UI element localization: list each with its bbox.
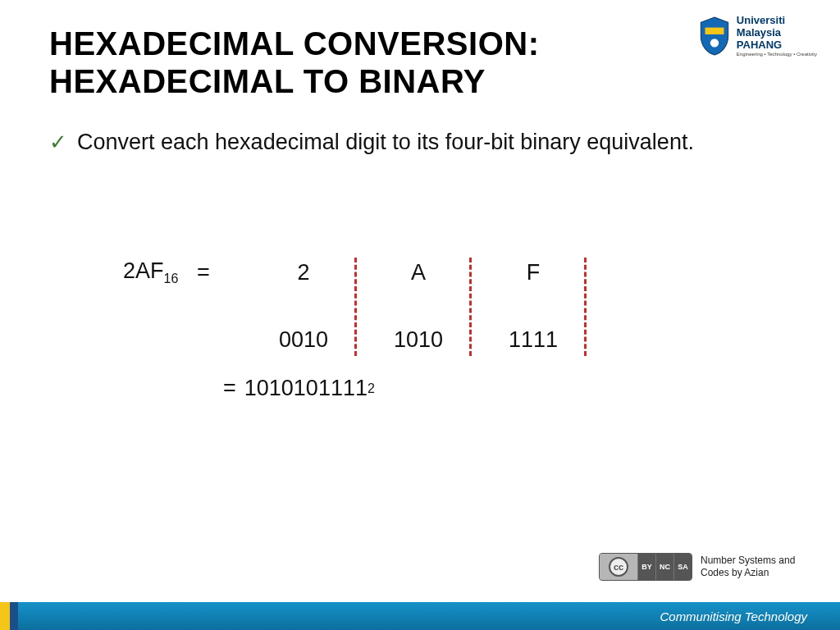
svg-point-0 xyxy=(710,39,719,47)
slide: Universiti Malaysia PAHANG Engineering •… xyxy=(0,0,840,630)
cc-part: NC xyxy=(655,554,673,580)
footer-accent xyxy=(0,602,10,630)
divider-line xyxy=(584,258,587,356)
hex-input: 2AF16 xyxy=(123,258,197,286)
footer-accent xyxy=(10,602,18,630)
uni-line1: Universiti xyxy=(737,15,817,27)
uni-line3: PAHANG xyxy=(737,39,817,52)
uni-line2: Malaysia xyxy=(737,27,817,39)
hex-value: 2AF xyxy=(123,258,164,283)
conversion-example: 2AF16 = 2 A F 0010 1010 1111 = 101010111… xyxy=(123,254,591,401)
bullet-item: ✓ Convert each hexadecimal digit to its … xyxy=(49,128,791,157)
binary-nibble: 0010 xyxy=(246,327,361,353)
hex-base: 16 xyxy=(164,272,179,285)
cc-logo-icon: cc xyxy=(600,554,637,580)
credit-text: Number Systems and Codes by Azian xyxy=(701,555,815,579)
check-icon: ✓ xyxy=(49,130,67,155)
hex-row: 2AF16 = 2 A F xyxy=(123,254,591,290)
divider-line xyxy=(354,258,357,356)
hex-digit: 2 xyxy=(246,260,361,285)
cc-circle-icon: cc xyxy=(609,557,628,577)
slide-title: HEXADECIMAL CONVERSION: HEXADECIMAL TO B… xyxy=(49,25,656,100)
hex-digit: F xyxy=(476,260,591,285)
uni-tagline: Engineering • Technology • Creativity xyxy=(737,52,817,57)
footer-bar: Communitising Technology xyxy=(0,602,840,630)
binary-row: 0010 1010 1111 xyxy=(123,322,591,358)
cc-part: SA xyxy=(673,554,692,580)
equals-sign: = xyxy=(223,376,236,401)
university-name: Universiti Malaysia PAHANG Engineering •… xyxy=(737,15,817,57)
shield-icon xyxy=(697,16,732,57)
result-base: 2 xyxy=(368,381,375,396)
university-logo: Universiti Malaysia PAHANG Engineering •… xyxy=(697,15,817,57)
bullet-text: Convert each hexadecimal digit to its fo… xyxy=(77,128,694,157)
binary-nibble: 1010 xyxy=(361,327,476,353)
divider-line xyxy=(469,258,472,356)
cc-part: BY xyxy=(637,554,655,580)
license-block: cc BY NC SA Number Systems and Codes by … xyxy=(599,553,815,581)
result-value: 1010101111 xyxy=(244,376,368,401)
footer-text: Communitising Technology xyxy=(660,602,807,630)
equals-sign: = xyxy=(197,260,246,285)
hex-digit: A xyxy=(361,260,476,285)
binary-nibble: 1111 xyxy=(476,327,591,353)
result-row: = 10101011112 xyxy=(223,376,591,401)
cc-badge-icon: cc BY NC SA xyxy=(599,553,692,581)
